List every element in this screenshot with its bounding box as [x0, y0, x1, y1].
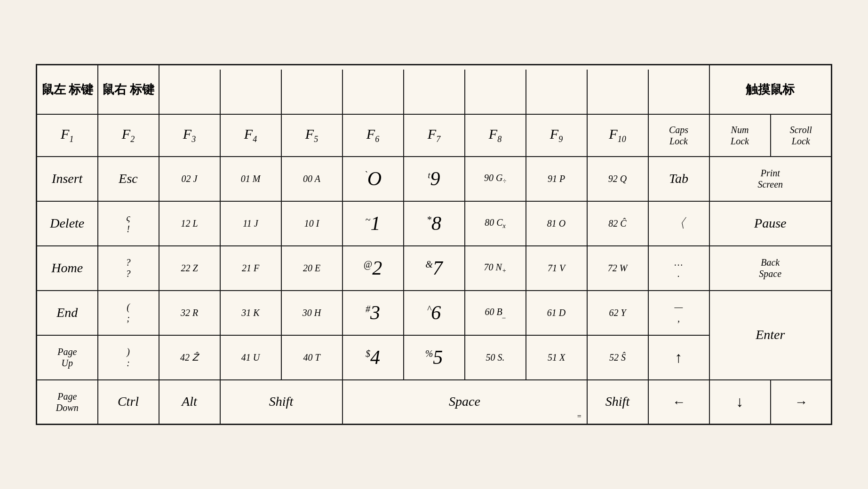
key-amp-7[interactable]: &7 [404, 246, 465, 291]
key-82c-hat[interactable]: 82 Ĉ [587, 201, 648, 246]
key-02j[interactable]: 02 J [159, 157, 220, 201]
key-92q[interactable]: 92 Q [587, 157, 648, 201]
key-angle[interactable]: 〈 [648, 201, 709, 246]
key-pause[interactable]: Pause [709, 201, 832, 246]
key-f6[interactable]: F6 [342, 114, 404, 157]
key-00a[interactable]: 00 A [281, 157, 342, 201]
key-f7[interactable]: F7 [404, 114, 465, 157]
key-hash-3[interactable]: #3 [342, 291, 404, 335]
key-01m[interactable]: 01 M [220, 157, 281, 201]
key-f1[interactable]: F1 [37, 114, 98, 157]
key-72w[interactable]: 72 W [587, 246, 648, 291]
key-32r[interactable]: 32 R [159, 291, 220, 335]
key-print-screen[interactable]: PrintScreen [709, 157, 832, 201]
key-42z-hat[interactable]: 42 Ẑ [159, 335, 220, 380]
key-10i[interactable]: 10 I [281, 201, 342, 246]
key-f3[interactable]: F3 [159, 114, 220, 157]
key-backspace[interactable]: BackSpace [709, 246, 832, 291]
key-52s-hat[interactable]: 52 Ŝ [587, 335, 648, 380]
key-dash-comma[interactable]: —, [648, 291, 709, 335]
key-exclaim[interactable]: ς! [98, 201, 159, 246]
key-60b[interactable]: 60 B_ [465, 291, 526, 335]
key-caret-6[interactable]: ^6 [404, 291, 465, 335]
key-pagedown[interactable]: PageDown [37, 380, 98, 425]
key-down-arrow[interactable]: ↓ [709, 380, 771, 425]
key-left-arrow[interactable]: ← [648, 380, 709, 425]
key-pageup[interactable]: PageUp [37, 335, 98, 380]
key-61d[interactable]: 61 D [526, 291, 587, 335]
key-50s[interactable]: 50 S. [465, 335, 526, 380]
key-20e[interactable]: 20 E [281, 246, 342, 291]
key-41u[interactable]: 41 U [220, 335, 281, 380]
key-paren-colon[interactable]: ): [98, 335, 159, 380]
key-11j[interactable]: 11 J [220, 201, 281, 246]
key-51x[interactable]: 51 X [526, 335, 587, 380]
key-12l[interactable]: 12 L [159, 201, 220, 246]
key-ellipsis-dot[interactable]: …. [648, 246, 709, 291]
key-alt[interactable]: Alt [159, 380, 220, 425]
keyboard-layout-table: 鼠左 标键 鼠右 标键 触摸鼠标 F1 [36, 64, 832, 425]
key-at-2[interactable]: @2 [342, 246, 404, 291]
key-enter[interactable]: Enter [709, 291, 832, 380]
key-right-arrow[interactable]: → [771, 380, 832, 425]
key-caps-lock[interactable]: CapsLock [648, 114, 709, 157]
key-40t[interactable]: 40 T [281, 335, 342, 380]
key-end[interactable]: End [37, 291, 98, 335]
key-shift-left[interactable]: Shift [220, 380, 342, 425]
key-up-arrow[interactable]: ↑ [648, 335, 709, 380]
key-ctrl[interactable]: Ctrl [98, 380, 159, 425]
key-num-lock[interactable]: NumLock [709, 114, 771, 157]
key-71v[interactable]: 71 V [526, 246, 587, 291]
key-f9[interactable]: F9 [526, 114, 587, 157]
key-f10[interactable]: F10 [587, 114, 648, 157]
key-scroll-lock[interactable]: ScrollLock [771, 114, 832, 157]
key-shift-right[interactable]: Shift [587, 380, 648, 425]
key-f8[interactable]: F8 [465, 114, 526, 157]
key-22z[interactable]: 22 Z [159, 246, 220, 291]
key-insert[interactable]: Insert [37, 157, 98, 201]
key-f5[interactable]: F5 [281, 114, 342, 157]
key-tilde-1[interactable]: ~1 [342, 201, 404, 246]
right-mouse-label: 鼠右 标键 [98, 65, 159, 114]
key-grave-0[interactable]: `O [342, 157, 404, 201]
key-f2[interactable]: F2 [98, 114, 159, 157]
key-home[interactable]: Home [37, 246, 98, 291]
key-esc[interactable]: Esc [98, 157, 159, 201]
key-t-9[interactable]: t9 [404, 157, 465, 201]
touch-mouse-label: 触摸鼠标 [709, 65, 832, 114]
key-31k[interactable]: 31 K [220, 291, 281, 335]
key-paren-semi[interactable]: (; [98, 291, 159, 335]
key-star-8[interactable]: *8 [404, 201, 465, 246]
key-f4[interactable]: F4 [220, 114, 281, 157]
key-21f[interactable]: 21 F [220, 246, 281, 291]
key-percent-5[interactable]: %5 [404, 335, 465, 380]
key-81o[interactable]: 81 O [526, 201, 587, 246]
key-dollar-4[interactable]: $4 [342, 335, 404, 380]
key-70n[interactable]: 70 N+ [465, 246, 526, 291]
key-62y[interactable]: 62 Y [587, 291, 648, 335]
key-question[interactable]: ?? [98, 246, 159, 291]
key-delete[interactable]: Delete [37, 201, 98, 246]
key-90g[interactable]: 90 G÷ [465, 157, 526, 201]
key-91p[interactable]: 91 P [526, 157, 587, 201]
left-mouse-label: 鼠左 标键 [37, 65, 98, 114]
key-30h[interactable]: 30 H [281, 291, 342, 335]
key-tab[interactable]: Tab [648, 157, 709, 201]
key-80c[interactable]: 80 Cx [465, 201, 526, 246]
key-space[interactable]: Space = [342, 380, 587, 425]
